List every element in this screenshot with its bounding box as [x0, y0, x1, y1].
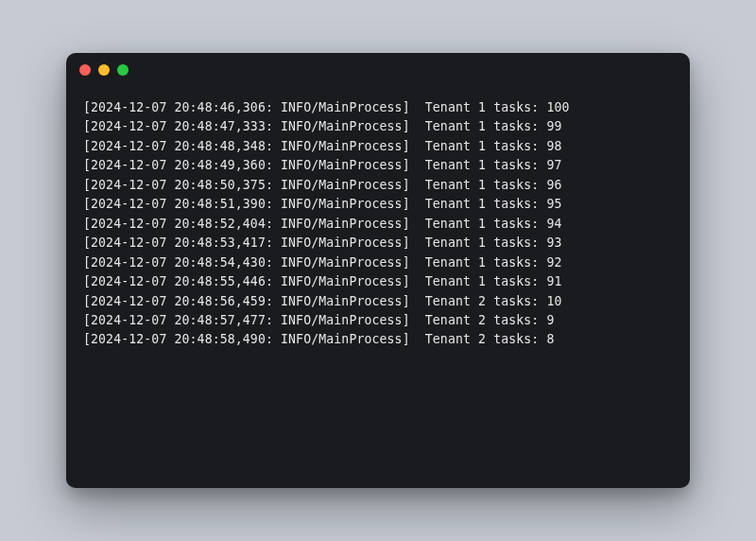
log-line: [2024-12-07 20:48:56,459: INFO/MainProce…	[83, 292, 673, 311]
log-line: [2024-12-07 20:48:51,390: INFO/MainProce…	[83, 195, 673, 214]
terminal-window: [2024-12-07 20:48:46,306: INFO/MainProce…	[66, 53, 690, 488]
minimize-icon[interactable]	[98, 64, 110, 76]
log-line: [2024-12-07 20:48:50,375: INFO/MainProce…	[83, 176, 673, 195]
log-line: [2024-12-07 20:48:49,360: INFO/MainProce…	[83, 156, 673, 175]
log-line: [2024-12-07 20:48:47,333: INFO/MainProce…	[83, 117, 673, 136]
window-titlebar	[66, 53, 690, 87]
log-line: [2024-12-07 20:48:52,404: INFO/MainProce…	[83, 215, 673, 234]
log-line: [2024-12-07 20:48:55,446: INFO/MainProce…	[83, 272, 673, 291]
maximize-icon[interactable]	[117, 64, 129, 76]
close-icon[interactable]	[79, 64, 91, 76]
log-line: [2024-12-07 20:48:54,430: INFO/MainProce…	[83, 253, 673, 272]
log-line: [2024-12-07 20:48:48,348: INFO/MainProce…	[83, 137, 673, 156]
log-line: [2024-12-07 20:48:46,306: INFO/MainProce…	[83, 98, 673, 117]
log-line: [2024-12-07 20:48:57,477: INFO/MainProce…	[83, 311, 673, 330]
log-line: [2024-12-07 20:48:53,417: INFO/MainProce…	[83, 234, 673, 253]
terminal-output[interactable]: [2024-12-07 20:48:46,306: INFO/MainProce…	[66, 87, 690, 488]
log-line: [2024-12-07 20:48:58,490: INFO/MainProce…	[83, 330, 673, 349]
